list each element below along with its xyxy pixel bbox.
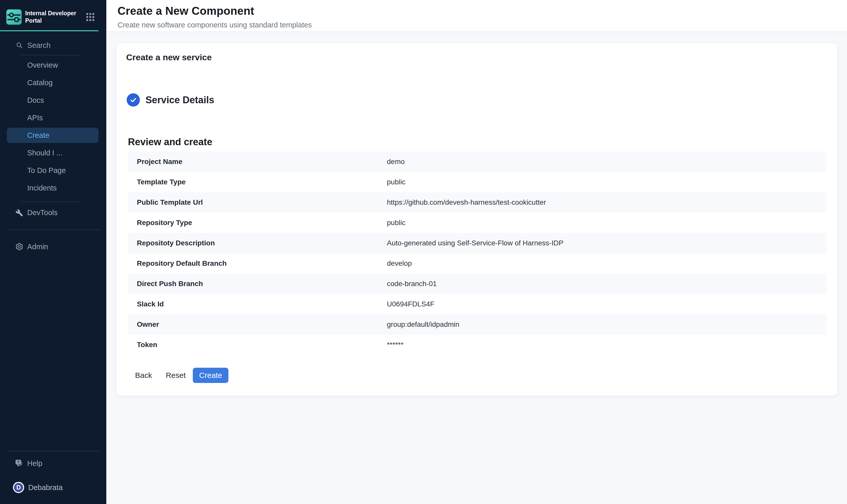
field-value: Auto-generated using Self-Service-Flow o…	[387, 239, 563, 247]
sidebar-header: Internal Developer Portal	[0, 0, 106, 31]
review-row: Repository Default Branch develop	[128, 253, 826, 274]
review-row: Repository Type public	[128, 213, 826, 233]
portal-logo-icon[interactable]	[6, 10, 22, 25]
sidebar-item-docs[interactable]: Docs	[0, 92, 106, 109]
field-label: Repository Default Branch	[137, 259, 387, 268]
field-label: Project Name	[137, 158, 387, 166]
sidebar-item-devtools[interactable]: DevTools	[0, 204, 106, 221]
sidebar-item-label: Docs	[27, 96, 44, 105]
field-label: Template Type	[137, 178, 387, 186]
review-row: Slack Id U0694FDLS4F	[128, 294, 826, 314]
reset-button[interactable]: Reset	[166, 371, 186, 380]
field-label: Repositoty Description	[137, 239, 387, 247]
form-actions: Back Reset Create	[135, 368, 837, 383]
review-row: Public Template Url https://github.com/d…	[128, 192, 826, 213]
sidebar-item-label: To Do Page	[27, 166, 66, 175]
sidebar-item-label: DevTools	[27, 209, 57, 217]
sidebar-item-label: Overview	[27, 61, 58, 69]
apps-grid-icon[interactable]	[86, 13, 95, 21]
sidebar-item-label: APIs	[27, 114, 43, 122]
page-header: Create a New Component Create new softwa…	[106, 0, 847, 32]
field-value: https://github.com/devesh-harness/test-c…	[387, 198, 546, 206]
step-service-details[interactable]: Service Details	[127, 93, 837, 107]
review-row: Template Type public	[128, 172, 826, 192]
review-row: Owner group:default/idpadmin	[128, 314, 826, 335]
main-area: Create a New Component Create new softwa…	[106, 0, 847, 504]
sidebar-item-label: Incidents	[27, 184, 57, 192]
search-icon	[15, 42, 24, 49]
sidebar-item-label: Admin	[27, 242, 48, 251]
svg-text:?: ?	[17, 460, 20, 464]
sidebar-item-overview[interactable]: Overview	[0, 56, 106, 74]
sidebar-search[interactable]: Search	[0, 40, 106, 50]
create-button[interactable]: Create	[193, 368, 229, 383]
page-title: Create a New Component	[118, 4, 847, 17]
brand-title: Internal Developer Portal	[25, 10, 80, 24]
field-value: public	[387, 178, 406, 186]
review-row: Token ******	[128, 335, 826, 355]
sidebar-item-apis[interactable]: APIs	[0, 109, 106, 127]
page-body: Create a new service Service Details Rev…	[106, 32, 847, 504]
review-row: Repositoty Description Auto-generated us…	[128, 233, 826, 253]
card-heading: Create a new service	[126, 52, 837, 62]
review-table: Project Name demo Template Type public P…	[128, 151, 826, 355]
field-value: develop	[387, 259, 412, 268]
review-row: Direct Push Branch code-branch-01	[128, 274, 826, 294]
user-menu[interactable]: D Debabrata	[0, 479, 106, 497]
search-label: Search	[27, 41, 51, 50]
sidebar-nav: Overview Catalog Docs APIs Create Should…	[0, 56, 106, 197]
sidebar-divider	[7, 230, 99, 230]
sidebar-item-label: Catalog	[27, 78, 53, 87]
field-value: demo	[387, 158, 405, 166]
sidebar-item-create[interactable]: Create	[7, 128, 98, 143]
gear-icon	[15, 242, 24, 251]
field-label: Direct Push Branch	[137, 280, 387, 288]
field-value: code-branch-01	[387, 280, 437, 288]
wrench-icon	[15, 209, 24, 217]
sidebar-item-should-i[interactable]: Should I ...	[0, 144, 106, 162]
field-value: ******	[387, 341, 403, 349]
sidebar: Internal Developer Portal Search Overvie…	[0, 0, 106, 504]
field-label: Owner	[137, 320, 387, 328]
sidebar-divider	[21, 201, 80, 202]
sidebar-item-label: Help	[27, 459, 42, 468]
app-root: Internal Developer Portal Search Overvie…	[0, 0, 847, 504]
step-complete-check-icon	[127, 93, 140, 107]
field-value: public	[387, 219, 406, 227]
field-label: Slack Id	[137, 300, 387, 308]
page-subtitle: Create new software components using sta…	[118, 21, 847, 29]
review-heading: Review and create	[128, 137, 837, 147]
sidebar-item-label: Should I ...	[27, 149, 62, 157]
help-chat-icon: ?	[15, 459, 24, 468]
sidebar-bottom: ? Help D Debabrata	[0, 451, 106, 504]
avatar: D	[13, 482, 24, 493]
sidebar-divider	[7, 451, 99, 451]
sidebar-item-to-do-page[interactable]: To Do Page	[0, 162, 106, 179]
sidebar-item-admin[interactable]: Admin	[0, 238, 106, 255]
sidebar-item-label: Create	[27, 131, 49, 140]
user-name: Debabrata	[28, 483, 62, 492]
field-label: Repository Type	[137, 219, 387, 227]
field-value: group:default/idpadmin	[387, 320, 459, 328]
sidebar-item-catalog[interactable]: Catalog	[0, 74, 106, 92]
sidebar-item-help[interactable]: ? Help	[0, 454, 106, 472]
sidebar-item-incidents[interactable]: Incidents	[0, 179, 106, 197]
field-value: U0694FDLS4F	[387, 300, 434, 308]
field-label: Public Template Url	[137, 198, 387, 206]
step-label: Service Details	[145, 95, 214, 106]
field-label: Token	[137, 341, 387, 349]
back-button[interactable]: Back	[135, 371, 152, 380]
create-service-card: Create a new service Service Details Rev…	[116, 43, 837, 396]
sidebar-divider	[21, 55, 80, 55]
review-row: Project Name demo	[128, 151, 826, 172]
